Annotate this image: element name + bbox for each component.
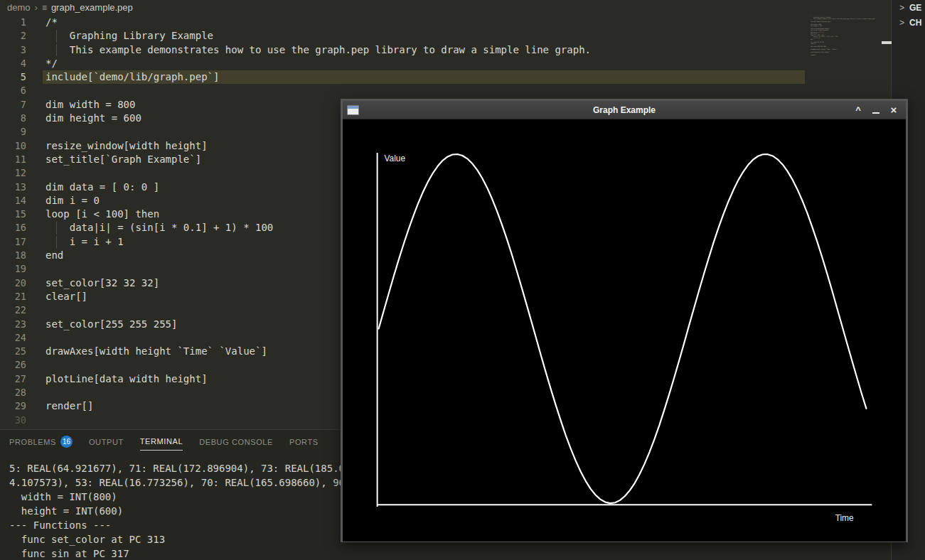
graph-plot: Value Time: [343, 119, 906, 542]
line-number: 13: [0, 181, 26, 194]
line-number: 26: [0, 358, 26, 372]
line-number: 1: [0, 16, 26, 29]
line-number: 5: [0, 70, 26, 84]
code-text: dim height = 600: [26, 112, 141, 125]
tab-label: TERMINAL: [140, 437, 183, 446]
code-text: loop [i < 100] then: [26, 208, 159, 221]
line-number: 30: [0, 414, 26, 427]
code-line[interactable]: 4*/: [0, 57, 891, 70]
line-number: 22: [0, 303, 26, 317]
code-line[interactable]: 1/*: [0, 16, 891, 29]
line-number: 2: [0, 29, 26, 43]
problems-count-badge: 16: [60, 436, 73, 448]
line-number: 17: [0, 235, 26, 249]
line-number: 24: [0, 331, 26, 345]
x-axis-label: Time: [835, 513, 854, 523]
y-axis-label: Value: [385, 154, 406, 163]
minimap[interactable]: /* Graphing Library Example This example…: [811, 16, 879, 61]
code-text: resize_window[width height]: [26, 139, 208, 153]
code-text: clear[]: [26, 290, 87, 303]
code-line[interactable]: 6: [0, 84, 891, 97]
line-number: 27: [0, 372, 26, 386]
window-controls: ^ ×: [853, 104, 899, 116]
code-text: dim data = [ 0: 0 ]: [26, 181, 159, 194]
line-number: 19: [0, 262, 26, 276]
line-number: 14: [0, 194, 26, 208]
indent-guide: [56, 30, 57, 42]
code-line[interactable]: 3 This example demonstrates how to use t…: [0, 43, 891, 57]
breadcrumb: demo › ≡ graph_example.pep: [7, 0, 133, 15]
tab-terminal[interactable]: TERMINAL: [140, 437, 183, 451]
tab-output[interactable]: OUTPUT: [89, 438, 124, 451]
code-text: /*: [26, 16, 58, 29]
line-number: 28: [0, 386, 26, 399]
line-number: 4: [0, 57, 26, 70]
tab-label: DEBUG CONSOLE: [199, 438, 273, 446]
chevron-right-icon: >: [899, 18, 904, 28]
line-number: 6: [0, 84, 26, 97]
graph-canvas: Value Time: [343, 119, 906, 542]
code-text: set_title[`Graph Example`]: [26, 153, 201, 166]
line-number: 10: [0, 139, 26, 153]
scrollbar-indicator[interactable]: [882, 41, 892, 44]
right-panel-item-ge[interactable]: > GE: [892, 0, 925, 15]
tab-label: OUTPUT: [89, 438, 124, 446]
code-text: This example demonstrates how to use the…: [26, 43, 591, 57]
indent-guide: [56, 236, 57, 248]
code-text: i = i + 1: [26, 235, 124, 249]
tab-debug-console[interactable]: DEBUG CONSOLE: [199, 438, 273, 451]
code-line[interactable]: 2 Graphing Library Example: [0, 29, 891, 43]
code-text: dim width = 800: [26, 98, 135, 112]
line-number: 15: [0, 208, 26, 221]
terminal-line: func sin at PC 317: [9, 546, 919, 560]
indent-guide: [56, 222, 57, 234]
code-text: drawAxes[width height `Time` `Value`]: [26, 345, 267, 358]
screen: demo › ≡ graph_example.pep 1/*2 Graphing…: [0, 0, 925, 560]
code-text: plotLine[data width height]: [26, 372, 208, 386]
indent-guide: [56, 44, 57, 56]
line-number: 18: [0, 249, 26, 262]
code-line[interactable]: 5include[`demo/lib/graph.pep`]: [0, 70, 891, 84]
graph-window-title: Graph Example: [343, 105, 906, 115]
code-text: */: [26, 57, 58, 70]
line-number: 29: [0, 399, 26, 413]
close-button[interactable]: ×: [889, 104, 899, 116]
tab-label: PROBLEMS: [9, 438, 56, 446]
tab-problems[interactable]: PROBLEMS 16: [9, 436, 73, 452]
breadcrumb-file[interactable]: graph_example.pep: [51, 2, 133, 13]
code-text: data|i| = (sin[i * 0.1] + 1) * 100: [26, 221, 273, 235]
line-number: 12: [0, 166, 26, 180]
code-text: set_color[255 255 255]: [26, 318, 177, 331]
line-number: 3: [0, 43, 26, 57]
code-text: render[]: [26, 399, 93, 413]
line-number: 23: [0, 318, 26, 331]
panel-tabs: PROBLEMS 16 OUTPUT TERMINAL DEBUG CONSOL…: [9, 436, 319, 452]
line-number: 20: [0, 276, 26, 290]
line-number: 7: [0, 98, 26, 112]
code-text: dim i = 0: [26, 194, 100, 208]
line-number: 25: [0, 345, 26, 358]
graph-window: Graph Example ^ × Value Time: [341, 99, 908, 542]
right-panel-label: CH: [909, 18, 921, 28]
code-text: include[`demo/lib/graph.pep`]: [26, 70, 219, 84]
breadcrumb-folder[interactable]: demo: [7, 2, 31, 13]
chevron-right-icon: >: [899, 3, 904, 13]
graph-window-titlebar[interactable]: Graph Example ^ ×: [343, 101, 906, 119]
window-icon: [347, 105, 359, 115]
line-number: 9: [0, 125, 26, 139]
shade-button[interactable]: ^: [853, 104, 863, 115]
line-number: 11: [0, 153, 26, 166]
code-text: end: [26, 249, 63, 262]
tab-ports[interactable]: PORTS: [289, 438, 319, 451]
line-number: 21: [0, 290, 26, 303]
code-text: set_color[32 32 32]: [26, 276, 159, 290]
file-icon: ≡: [42, 3, 47, 13]
right-panel-label: GE: [909, 3, 921, 13]
chevron-right-icon: ›: [35, 2, 38, 13]
sine-curve: [379, 154, 867, 503]
minimize-button[interactable]: [871, 105, 881, 114]
right-panel-item-ch[interactable]: > CH: [892, 15, 925, 30]
line-number: 16: [0, 221, 26, 235]
tab-label: PORTS: [289, 438, 319, 446]
code-text: Graphing Library Example: [26, 29, 213, 43]
